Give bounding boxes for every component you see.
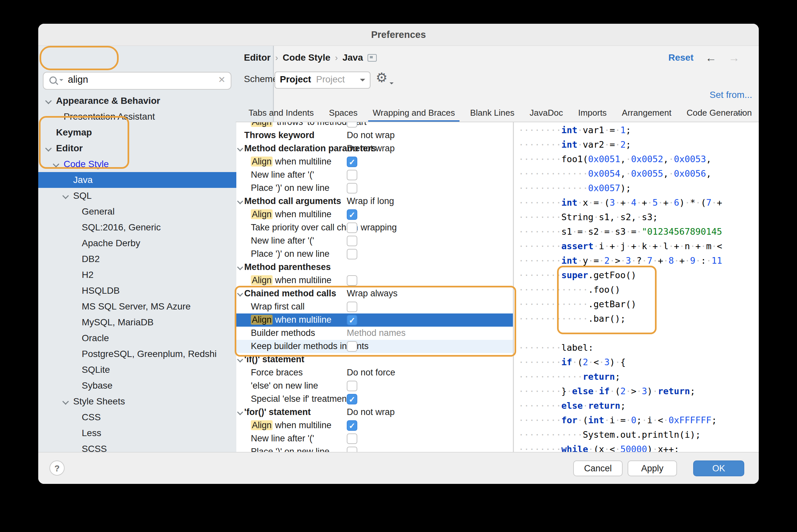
breadcrumb-item-java[interactable]: Java bbox=[342, 52, 363, 63]
code-line bbox=[518, 326, 722, 341]
chevron-down-icon[interactable] bbox=[62, 192, 69, 199]
setting-row-wrap-first-call[interactable]: Wrap first call bbox=[236, 300, 513, 314]
chevron-down-icon[interactable] bbox=[237, 290, 243, 296]
setting-row-for-statement[interactable]: 'for()' statementDo not wrap bbox=[236, 406, 513, 419]
tab-javadoc[interactable]: JavaDoc bbox=[525, 105, 568, 122]
setting-checkbox[interactable]: ✓ bbox=[347, 156, 357, 167]
setting-row-align-when-multiline[interactable]: Align when multiline✓ bbox=[236, 419, 513, 432]
sidebar-item-label: Appearance & Behavior bbox=[56, 96, 160, 106]
scheme-dropdown[interactable]: Project Project bbox=[274, 72, 371, 89]
setting-row-new-line-after[interactable]: New line after '(' bbox=[236, 168, 513, 182]
setting-value[interactable]: Do not wrap bbox=[347, 130, 395, 140]
setting-checkbox[interactable] bbox=[347, 249, 357, 260]
chevron-down-icon[interactable] bbox=[237, 264, 243, 270]
setting-row-method-parentheses[interactable]: Method parentheses bbox=[236, 261, 513, 274]
tab-spaces[interactable]: Spaces bbox=[324, 105, 362, 122]
tab-blank-lines[interactable]: Blank Lines bbox=[466, 105, 519, 122]
gear-icon[interactable]: ⚙ bbox=[376, 70, 387, 85]
setting-checkbox[interactable] bbox=[347, 275, 357, 286]
chevron-down-icon[interactable] bbox=[62, 398, 69, 405]
setting-row-align-when-multiline[interactable]: Align when multiline✓ bbox=[236, 314, 513, 327]
cancel-button[interactable]: Cancel bbox=[573, 460, 623, 476]
setting-label: Align when multiline bbox=[251, 420, 331, 431]
setting-checkbox[interactable] bbox=[347, 236, 357, 246]
setting-checkbox[interactable] bbox=[347, 341, 357, 352]
chevron-down-icon[interactable] bbox=[237, 409, 243, 415]
setting-value[interactable]: Wrap if long bbox=[347, 196, 394, 206]
tab-arrangement[interactable]: Arrangement bbox=[618, 105, 676, 122]
setting-row-if-statement[interactable]: 'if()' statement bbox=[236, 353, 513, 366]
tab-wrapping-and-braces[interactable]: Wrapping and Braces bbox=[368, 105, 460, 122]
setting-row-new-line-after[interactable]: New line after '(' bbox=[236, 234, 513, 248]
setting-row-method-call-arguments[interactable]: Method call argumentsWrap if long bbox=[236, 195, 513, 208]
search-input[interactable]: align ✕ bbox=[43, 72, 231, 90]
setting-checkbox[interactable] bbox=[347, 434, 357, 444]
apply-button[interactable]: Apply bbox=[628, 460, 677, 476]
setting-value[interactable]: Method names bbox=[347, 328, 406, 338]
setting-value[interactable]: Do not wrap bbox=[347, 407, 395, 417]
chevron-down-icon[interactable] bbox=[53, 161, 59, 168]
setting-row-keep-builder-methods-indents[interactable]: Keep builder methods indents bbox=[236, 340, 513, 353]
setting-checkbox[interactable] bbox=[347, 122, 357, 128]
search-value[interactable]: align bbox=[68, 74, 88, 85]
setting-row-align-when-multiline[interactable]: Align when multiline✓ bbox=[236, 155, 513, 168]
setting-row-force-braces[interactable]: Force bracesDo not force bbox=[236, 366, 513, 379]
sidebar-item-label: SQLite bbox=[82, 364, 110, 375]
setting-row-method-declaration-parameters[interactable]: Method declaration parametersDo not wrap bbox=[236, 142, 513, 155]
setting-value[interactable]: Do not force bbox=[347, 367, 395, 378]
setting-row-align-when-multiline[interactable]: Align when multiline bbox=[236, 274, 513, 287]
chevron-down-icon[interactable] bbox=[45, 98, 52, 104]
setting-row-place-on-new-line[interactable]: Place ')' on new line bbox=[236, 248, 513, 261]
setting-checkbox[interactable]: ✓ bbox=[347, 394, 357, 404]
setting-value[interactable]: Do not wrap bbox=[347, 144, 395, 154]
chevron-down-icon[interactable] bbox=[45, 145, 52, 152]
setting-row-place-on-new-line[interactable]: Place ')' on new line bbox=[236, 182, 513, 195]
setting-checkbox[interactable] bbox=[347, 170, 357, 180]
code-line: ·············0x0057); bbox=[518, 181, 722, 195]
setting-checkbox[interactable] bbox=[347, 381, 357, 391]
search-match-highlight: Align bbox=[251, 275, 272, 285]
code-line: ·············.bar(); bbox=[518, 311, 722, 326]
settings-page-icon bbox=[367, 54, 377, 62]
forward-arrow-icon[interactable]: → bbox=[728, 52, 740, 64]
setting-checkbox[interactable]: ✓ bbox=[347, 315, 357, 325]
ok-button[interactable]: OK bbox=[693, 460, 744, 476]
back-arrow-icon[interactable]: ← bbox=[705, 52, 717, 64]
setting-row-align-throws-to-method-start[interactable]: Align 'throws' to method start bbox=[236, 122, 513, 129]
clear-search-icon[interactable]: ✕ bbox=[218, 75, 225, 85]
setting-row-new-line-after[interactable]: New line after '(' bbox=[236, 432, 513, 445]
reset-link[interactable]: Reset bbox=[668, 52, 694, 63]
setting-row-chained-method-calls[interactable]: Chained method callsWrap always bbox=[236, 287, 513, 300]
setting-checkbox[interactable]: ✓ bbox=[347, 209, 357, 220]
setting-row-throws-keyword[interactable]: Throws keywordDo not wrap bbox=[236, 129, 513, 142]
code-line: ········int·x·=·(3·+·4·+·5·+·6)·*·(7·+ bbox=[518, 195, 722, 210]
code-line: ········super.getFoo() bbox=[518, 268, 722, 283]
setting-label: Align when multiline bbox=[251, 209, 331, 220]
tab-code-generation[interactable]: Code Generation bbox=[682, 105, 757, 122]
tab-tabs-and-indents[interactable]: Tabs and Indents bbox=[244, 105, 318, 122]
setting-checkbox[interactable]: ✓ bbox=[347, 420, 357, 431]
code-line: ·············.foo() bbox=[518, 283, 722, 297]
setting-row-builder-methods[interactable]: Builder methodsMethod names bbox=[236, 327, 513, 340]
sidebar-item-label: DB2 bbox=[82, 254, 99, 264]
breadcrumb-item-code-style[interactable]: Code Style bbox=[283, 52, 330, 63]
setting-row-take-priority-over-call-chain-wrapping[interactable]: Take priority over call chain wrapping bbox=[236, 221, 513, 234]
setting-row-place-on-new-line[interactable]: Place ')' on new line bbox=[236, 445, 513, 453]
setting-row-align-when-multiline[interactable]: Align when multiline✓ bbox=[236, 208, 513, 221]
breadcrumb-item-editor[interactable]: Editor bbox=[244, 52, 271, 63]
code-line: ········for·(int·i·=·0;·i·<·0xFFFFFF; bbox=[518, 413, 722, 428]
chevron-down-icon[interactable] bbox=[237, 145, 243, 151]
setting-row-special-else-if-treatment[interactable]: Special 'else if' treatment✓ bbox=[236, 393, 513, 406]
setting-checkbox[interactable] bbox=[347, 302, 357, 312]
setting-row-else-on-new-line[interactable]: 'else' on new line bbox=[236, 379, 513, 393]
chevron-down-icon[interactable] bbox=[237, 356, 243, 362]
tab-imports[interactable]: Imports bbox=[573, 105, 611, 122]
sidebar-item-appearance-behavior[interactable]: Appearance & Behavior bbox=[38, 93, 273, 109]
setting-value[interactable]: Wrap always bbox=[347, 288, 398, 299]
setting-checkbox[interactable] bbox=[347, 223, 357, 233]
set-from-link[interactable]: Set from... bbox=[710, 90, 752, 100]
search-options-caret-icon[interactable] bbox=[59, 79, 63, 83]
chevron-down-icon[interactable] bbox=[237, 198, 243, 204]
setting-checkbox[interactable] bbox=[347, 183, 357, 193]
help-button[interactable]: ? bbox=[50, 460, 64, 476]
